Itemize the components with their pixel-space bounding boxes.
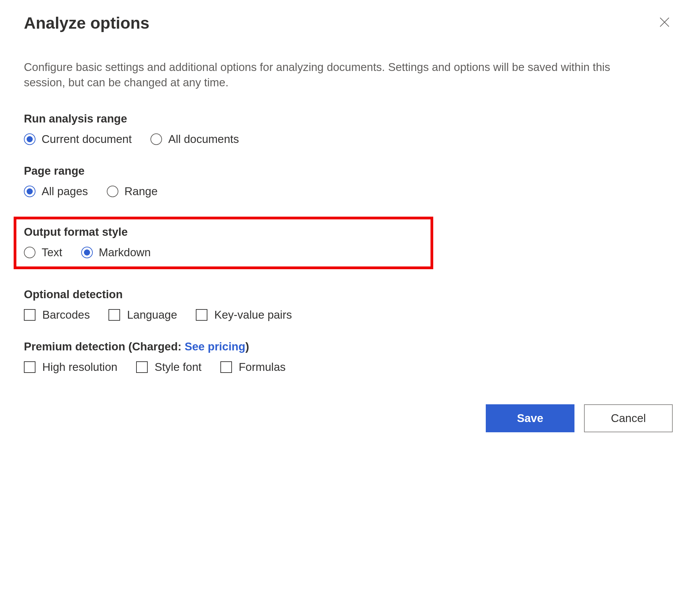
checkbox-formulas[interactable]: Formulas — [220, 361, 286, 374]
checkbox-indicator — [24, 361, 35, 373]
checkbox-label: Language — [127, 308, 177, 321]
output-format-section: Output format style Text Markdown — [24, 226, 423, 259]
checkbox-barcodes[interactable]: Barcodes — [24, 308, 90, 321]
run-analysis-range-options: Current document All documents — [24, 133, 673, 146]
radio-text[interactable]: Text — [24, 246, 62, 259]
premium-label-suffix: ) — [245, 340, 249, 353]
checkbox-label: Style font — [155, 361, 202, 374]
checkbox-label: Barcodes — [42, 308, 90, 321]
radio-current-document[interactable]: Current document — [24, 133, 132, 146]
checkbox-label: High resolution — [42, 361, 117, 374]
checkbox-indicator — [24, 309, 35, 321]
radio-indicator — [150, 133, 162, 145]
radio-markdown[interactable]: Markdown — [81, 246, 151, 259]
dialog-title: Analyze options — [24, 14, 149, 32]
save-button[interactable]: Save — [486, 404, 574, 432]
page-range-label: Page range — [24, 164, 673, 177]
cancel-button[interactable]: Cancel — [584, 404, 673, 432]
radio-label: Current document — [42, 133, 132, 146]
radio-all-pages[interactable]: All pages — [24, 185, 88, 198]
checkbox-language[interactable]: Language — [108, 308, 177, 321]
premium-detection-label: Premium detection (Charged: See pricing) — [24, 340, 673, 353]
close-icon — [659, 17, 670, 30]
see-pricing-link[interactable]: See pricing — [185, 340, 245, 353]
radio-label: All pages — [42, 185, 88, 198]
radio-indicator — [24, 186, 35, 197]
output-format-highlight: Output format style Text Markdown — [14, 217, 433, 269]
optional-detection-options: Barcodes Language Key-value pairs — [24, 308, 673, 321]
radio-indicator — [107, 186, 118, 197]
radio-indicator — [24, 133, 35, 145]
dialog-footer: Save Cancel — [24, 404, 673, 432]
checkbox-label: Key-value pairs — [214, 308, 292, 321]
premium-detection-options: High resolution Style font Formulas — [24, 361, 673, 374]
output-format-options: Text Markdown — [24, 246, 423, 259]
radio-range[interactable]: Range — [107, 185, 158, 198]
checkbox-indicator — [220, 361, 232, 373]
analyze-options-dialog: Analyze options Configure basic settings… — [0, 0, 700, 446]
radio-label: Text — [42, 246, 62, 259]
premium-label-prefix: Premium detection (Charged: — [24, 340, 185, 353]
dialog-header: Analyze options — [24, 14, 673, 32]
dialog-description: Configure basic settings and additional … — [24, 60, 631, 90]
premium-detection-section: Premium detection (Charged: See pricing)… — [24, 340, 673, 374]
checkbox-high-resolution[interactable]: High resolution — [24, 361, 117, 374]
checkbox-key-value-pairs[interactable]: Key-value pairs — [196, 308, 292, 321]
radio-label: Range — [125, 185, 158, 198]
run-analysis-range-section: Run analysis range Current document All … — [24, 112, 673, 146]
output-format-label: Output format style — [24, 226, 423, 238]
checkbox-style-font[interactable]: Style font — [136, 361, 202, 374]
radio-label: All documents — [168, 133, 239, 146]
radio-all-documents[interactable]: All documents — [150, 133, 239, 146]
checkbox-label: Formulas — [239, 361, 286, 374]
run-analysis-range-label: Run analysis range — [24, 112, 673, 125]
checkbox-indicator — [108, 309, 120, 321]
radio-indicator — [24, 247, 35, 258]
optional-detection-label: Optional detection — [24, 288, 673, 301]
page-range-options: All pages Range — [24, 185, 673, 198]
close-button[interactable] — [656, 15, 673, 31]
radio-label: Markdown — [99, 246, 151, 259]
page-range-section: Page range All pages Range — [24, 164, 673, 198]
checkbox-indicator — [136, 361, 148, 373]
optional-detection-section: Optional detection Barcodes Language Key… — [24, 288, 673, 321]
checkbox-indicator — [196, 309, 207, 321]
radio-indicator — [81, 247, 93, 258]
